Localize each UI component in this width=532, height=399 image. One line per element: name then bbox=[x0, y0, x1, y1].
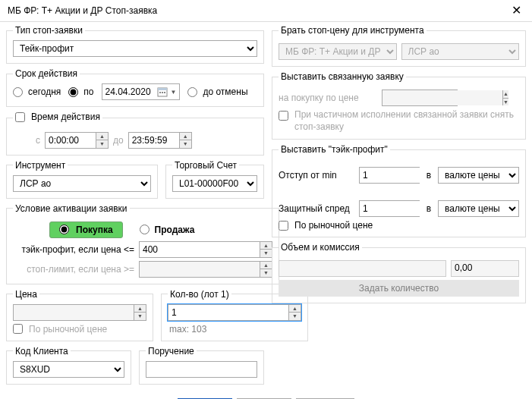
take-profit-legend: Выставить "тэйк-профит" bbox=[279, 144, 390, 155]
sell-toggle[interactable]: Продажа bbox=[140, 225, 195, 235]
tp-offset-unit[interactable]: валюте цены bbox=[438, 167, 519, 184]
close-icon[interactable]: ✕ bbox=[508, 5, 524, 17]
spin-down-icon[interactable]: ▼ bbox=[180, 140, 191, 148]
svg-rect-2 bbox=[159, 92, 161, 93]
svg-rect-1 bbox=[158, 88, 167, 90]
spin-down-icon[interactable]: ▼ bbox=[96, 140, 108, 148]
expiry-gtc[interactable]: до отмены bbox=[187, 86, 247, 97]
spin-down-icon: ▼ bbox=[134, 313, 146, 320]
time-to-spinner[interactable]: ▲▼ bbox=[128, 132, 192, 149]
account-legend: Торговый Счет bbox=[172, 160, 239, 171]
tp-price-spinner[interactable]: ▲▼ bbox=[139, 241, 272, 258]
price-spinner: ▲▼ bbox=[13, 304, 146, 321]
sl-price-input bbox=[140, 262, 260, 277]
stop-type-select[interactable]: Тейк-профит bbox=[13, 40, 257, 57]
active-time-group: Время действия с ▲▼ до ▲▼ bbox=[6, 112, 264, 156]
linked-order-group: Выставить связанную заявку на покупку по… bbox=[272, 71, 526, 140]
time-from-spinner[interactable]: ▲▼ bbox=[45, 132, 109, 149]
partial-fill-checkbox[interactable]: При частичном исполнении связанной заявк… bbox=[279, 109, 519, 133]
spin-down-icon[interactable]: ▼ bbox=[260, 250, 272, 257]
time-from-label: с bbox=[13, 135, 40, 146]
price-input bbox=[14, 305, 134, 320]
spin-up-icon[interactable]: ▲ bbox=[180, 133, 191, 141]
account-group: Торговый Счет L01-00000F00 bbox=[165, 160, 264, 199]
time-from-input[interactable] bbox=[46, 133, 96, 148]
client-legend: Код Клиента bbox=[13, 346, 71, 357]
price-group: Цена ▲▼ По рыночной цене bbox=[6, 289, 153, 341]
fee-field: 0,00 bbox=[451, 260, 519, 277]
active-time-checkbox[interactable]: Время действия bbox=[15, 112, 100, 122]
tp-cond-label: тэйк-профит, если цена <= bbox=[13, 244, 134, 255]
linked-price-spinner: ▲▼ bbox=[382, 90, 458, 106]
svg-rect-3 bbox=[162, 92, 163, 93]
client-select[interactable]: S8XUD bbox=[13, 361, 124, 378]
tp-spread-spinner[interactable]: ▲▼ bbox=[359, 200, 420, 217]
instrument-legend: Инструмент bbox=[13, 160, 68, 171]
spin-down-icon: ▼ bbox=[260, 269, 272, 277]
linked-order-legend: Выставить связанную заявку bbox=[279, 71, 406, 82]
window-title: МБ ФР: T+ Акции и ДР Стоп-заявка bbox=[8, 5, 157, 16]
account-select[interactable]: L01-00000F00 bbox=[172, 175, 257, 192]
time-to-input[interactable] bbox=[129, 133, 179, 148]
tp-in-label2: в bbox=[424, 203, 433, 214]
market-price-checkbox[interactable]: По рыночной цене bbox=[13, 324, 107, 335]
stop-type-group: Тип стоп-заявки Тейк-профит bbox=[6, 25, 264, 64]
instrument-select[interactable]: ЛСР ао bbox=[13, 175, 151, 192]
tp-offset-spinner[interactable]: ▲▼ bbox=[359, 167, 420, 184]
take-profit-group: Выставить "тэйк-профит" Отступ от min ▲▼… bbox=[272, 144, 526, 237]
comment-input[interactable] bbox=[146, 361, 257, 378]
client-group: Код Клиента S8XUD bbox=[6, 346, 131, 385]
calendar-icon[interactable] bbox=[157, 86, 168, 97]
comment-group: Поручение bbox=[139, 346, 264, 385]
tp-spread-unit[interactable]: валюте цены bbox=[438, 200, 519, 217]
spin-down-icon: ▼ bbox=[503, 99, 508, 106]
buy-toggle[interactable]: Покупка bbox=[49, 221, 123, 238]
linked-buy-label: на покупку по цене bbox=[279, 93, 377, 103]
set-qty-button[interactable]: Задать количество bbox=[279, 280, 519, 297]
stop-type-legend: Тип стоп-заявки bbox=[13, 25, 85, 36]
spin-up-icon[interactable]: ▲ bbox=[260, 242, 272, 250]
volume-field bbox=[279, 260, 446, 277]
expiry-legend: Срок действия bbox=[13, 68, 80, 79]
spin-up-icon: ▲ bbox=[503, 90, 508, 99]
tp-market-checkbox[interactable]: По рыночной цене bbox=[279, 220, 373, 231]
price-legend: Цена bbox=[13, 289, 39, 300]
chevron-down-icon[interactable]: ▼ bbox=[171, 89, 177, 96]
volume-group: Объем и комиссия 0,00 Задать количество bbox=[272, 242, 526, 303]
sl-price-spinner: ▲▼ bbox=[139, 261, 272, 278]
spin-up-icon: ▲ bbox=[260, 262, 272, 270]
spin-up-icon: ▲ bbox=[134, 305, 146, 313]
qty-legend: Кол-во (лот 1) bbox=[168, 289, 231, 300]
stop-source-legend: Брать стоп-цену для инструмента bbox=[279, 25, 427, 36]
tp-in-label: в bbox=[424, 170, 433, 181]
stop-source-instrument: ЛСР ао bbox=[401, 43, 520, 60]
tp-spread-label: Защитный спред bbox=[279, 203, 354, 214]
expiry-group: Срок действия сегодня по ▼ до отмены bbox=[6, 68, 264, 107]
activation-legend: Условие активации заявки bbox=[13, 203, 130, 214]
activation-group: Условие активации заявки Покупка Продажа… bbox=[6, 203, 279, 284]
time-to-label: до bbox=[113, 135, 124, 146]
expiry-today[interactable]: сегодня bbox=[13, 86, 61, 97]
stop-source-market: МБ ФР: T+ Акции и ДР bbox=[279, 43, 397, 60]
linked-price-input bbox=[382, 90, 502, 105]
spin-up-icon[interactable]: ▲ bbox=[96, 133, 108, 141]
svg-rect-4 bbox=[164, 92, 165, 93]
instrument-group: Инструмент ЛСР ао bbox=[6, 160, 158, 199]
volume-legend: Объем и комиссия bbox=[279, 242, 362, 253]
sl-cond-label: стоп-лимит, если цена >= bbox=[13, 264, 134, 275]
tp-price-input[interactable] bbox=[140, 242, 260, 257]
comment-legend: Поручение bbox=[146, 346, 197, 357]
tp-offset-label: Отступ от min bbox=[279, 170, 354, 181]
expiry-date-field[interactable]: ▼ bbox=[102, 83, 181, 100]
expiry-until[interactable]: по bbox=[68, 86, 93, 97]
qty-input[interactable] bbox=[168, 305, 288, 320]
stop-source-group: Брать стоп-цену для инструмента МБ ФР: T… bbox=[272, 25, 526, 67]
expiry-date-input[interactable] bbox=[105, 85, 157, 99]
